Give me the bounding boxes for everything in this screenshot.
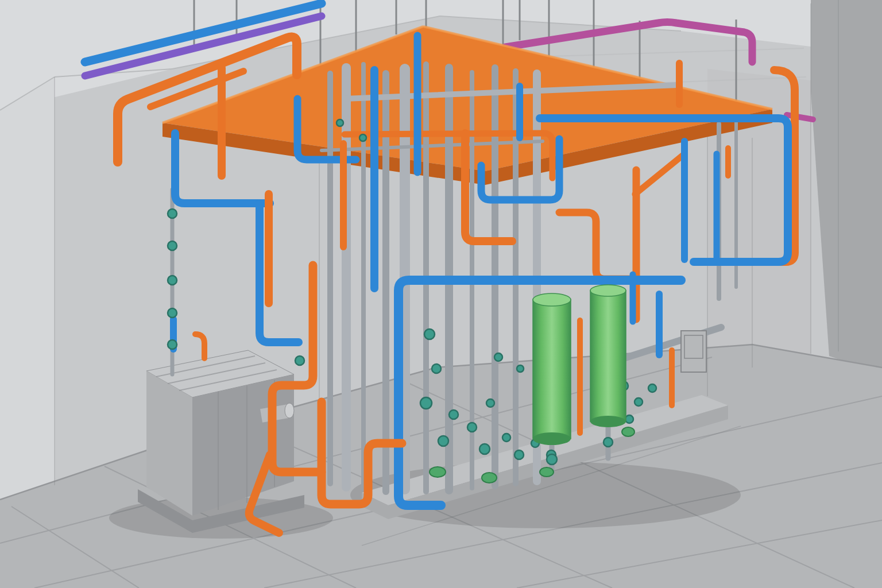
storage-tank-2-top [590, 285, 626, 296]
junction-box[interactable] [681, 331, 706, 372]
valve-fitting[interactable] [494, 353, 502, 361]
model-canvas[interactable] [0, 0, 882, 588]
valve-fitting[interactable] [486, 399, 494, 407]
valve-fitting[interactable] [424, 329, 435, 339]
valve-fitting[interactable] [648, 384, 656, 392]
valve-fitting[interactable] [168, 340, 177, 349]
valve-fitting[interactable] [625, 415, 633, 423]
wall-left-panel [0, 77, 55, 501]
valve-fitting[interactable] [336, 119, 343, 126]
valve-fitting[interactable] [168, 209, 177, 218]
valve-fitting[interactable] [168, 276, 177, 285]
valve-fitting[interactable] [547, 454, 557, 465]
valve-fitting[interactable] [479, 444, 490, 454]
valve-fitting[interactable] [432, 364, 441, 373]
valve-fitting[interactable] [517, 365, 524, 372]
valve-fitting[interactable] [514, 450, 524, 459]
valve-fitting[interactable] [604, 438, 613, 447]
storage-tank-2-body[interactable] [590, 291, 626, 421]
valve-fitting[interactable] [295, 356, 304, 365]
3d-viewport[interactable] [0, 0, 882, 588]
valve-fitting[interactable] [359, 134, 366, 141]
storage-tank-1-body[interactable] [533, 300, 571, 439]
pump-body[interactable] [622, 427, 635, 436]
valve-fitting[interactable] [467, 423, 477, 432]
storage-tank-1-bottom [533, 432, 571, 445]
valve-fitting[interactable] [168, 308, 177, 318]
valve-fitting[interactable] [502, 434, 510, 442]
valve-fitting[interactable] [635, 398, 643, 406]
storage-tank-2-bottom [590, 416, 626, 427]
valve-fitting[interactable] [449, 410, 458, 419]
valve-fitting[interactable] [438, 436, 448, 446]
pump-body[interactable] [540, 467, 554, 477]
pump-body[interactable] [430, 467, 446, 477]
cabinet-nozzle-cap [285, 403, 294, 418]
equipment-cabinet[interactable] [138, 350, 304, 533]
valve-fitting[interactable] [168, 241, 177, 250]
valve-fitting[interactable] [420, 397, 432, 409]
pump-body[interactable] [482, 473, 497, 483]
storage-tank-1-top [533, 293, 571, 306]
